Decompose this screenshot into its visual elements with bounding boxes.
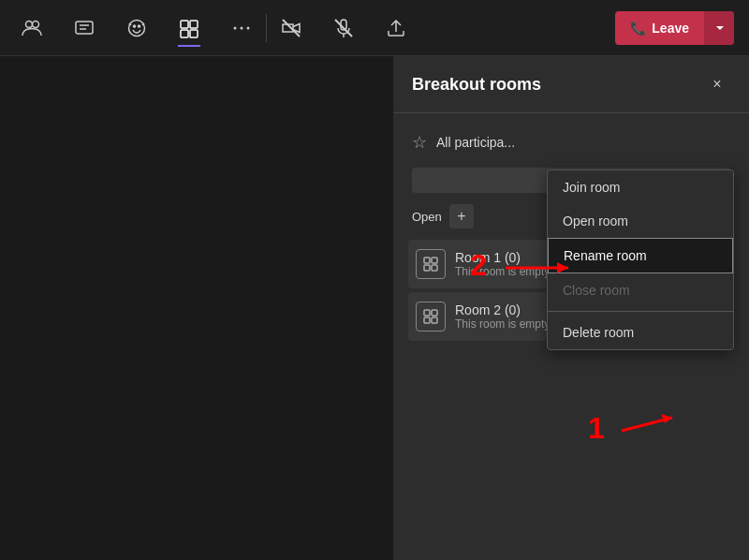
toolbar-divider xyxy=(266,14,267,42)
svg-line-13 xyxy=(283,20,300,37)
open-label: Open xyxy=(412,210,442,224)
breakout-panel: Breakout rooms × ☆ All participa... Assi… xyxy=(393,56,749,560)
room-1-icon xyxy=(416,249,446,279)
svg-rect-9 xyxy=(190,30,198,37)
leave-button-main[interactable]: 📞 Leave xyxy=(615,13,704,43)
close-panel-button[interactable]: × xyxy=(704,71,730,97)
mic-off-icon[interactable] xyxy=(327,11,360,45)
svg-rect-24 xyxy=(432,317,437,323)
star-icon: ☆ xyxy=(412,132,427,153)
svg-rect-17 xyxy=(424,258,430,263)
svg-point-4 xyxy=(134,25,136,27)
context-menu-delete-room[interactable]: Delete room xyxy=(548,316,733,349)
svg-point-0 xyxy=(26,21,33,27)
more-icon[interactable] xyxy=(225,11,258,45)
chat-icon[interactable] xyxy=(67,11,101,45)
breakout-header: Breakout rooms × xyxy=(393,56,749,113)
all-participants-label: All participa... xyxy=(436,135,515,150)
svg-rect-20 xyxy=(432,265,437,271)
context-menu: Join room Open room Rename room Close ro… xyxy=(547,169,734,350)
add-room-button[interactable]: + xyxy=(449,204,474,228)
people-icon[interactable] xyxy=(15,11,49,45)
svg-rect-7 xyxy=(190,21,198,28)
toolbar-icons xyxy=(15,11,258,45)
leave-button-dropdown[interactable] xyxy=(704,11,734,45)
video-off-icon[interactable] xyxy=(274,11,308,45)
context-menu-open-room[interactable]: Open room xyxy=(548,204,733,238)
svg-rect-2 xyxy=(76,22,93,34)
phone-icon: 📞 xyxy=(630,21,646,36)
svg-point-10 xyxy=(234,26,237,29)
svg-point-3 xyxy=(129,20,145,36)
context-menu-join-room[interactable]: Join room xyxy=(548,170,733,204)
svg-rect-23 xyxy=(424,317,430,323)
context-menu-rename-room[interactable]: Rename room xyxy=(548,238,733,273)
emoji-icon[interactable] xyxy=(120,11,154,45)
room-2-icon xyxy=(416,302,446,332)
svg-rect-18 xyxy=(432,258,437,263)
svg-rect-21 xyxy=(424,310,430,316)
context-menu-close-room: Close room xyxy=(548,273,733,307)
svg-point-12 xyxy=(247,26,250,29)
svg-point-1 xyxy=(33,21,39,27)
leave-label: Leave xyxy=(652,21,689,36)
context-menu-divider xyxy=(548,311,733,312)
rooms-icon[interactable] xyxy=(172,11,206,45)
toolbar: 📞 Leave xyxy=(0,0,749,56)
all-participants-row: ☆ All participa... xyxy=(408,125,734,160)
svg-point-11 xyxy=(241,26,243,29)
svg-rect-22 xyxy=(432,310,437,316)
breakout-title: Breakout rooms xyxy=(412,75,541,95)
main-area: Breakout rooms × ☆ All participa... Assi… xyxy=(0,56,749,560)
svg-rect-6 xyxy=(181,21,188,28)
svg-rect-8 xyxy=(181,30,188,37)
leave-button-group[interactable]: 📞 Leave xyxy=(615,11,734,45)
share-icon[interactable] xyxy=(379,11,413,45)
media-icons xyxy=(274,11,413,45)
svg-rect-19 xyxy=(424,265,430,271)
toolbar-right: 📞 Leave xyxy=(615,11,734,45)
breakout-body: ☆ All participa... Assign... Open + xyxy=(393,113,749,560)
svg-point-5 xyxy=(139,25,140,27)
